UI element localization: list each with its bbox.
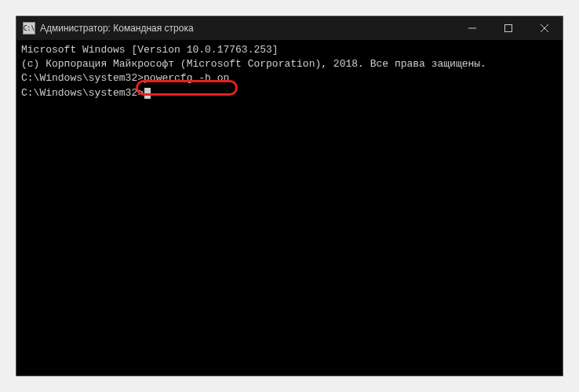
titlebar[interactable]: C:\ Администратор: Командная строка — [16, 16, 563, 40]
window-controls — [454, 16, 563, 40]
maximize-button[interactable] — [490, 16, 526, 40]
prompt-line: C:\Windows\system32> — [21, 86, 558, 100]
window-title: Администратор: Командная строка — [40, 23, 454, 34]
cmd-icon: C:\ — [23, 22, 35, 34]
prompt-line: C:\Windows\system32>powercfg -h on — [21, 71, 558, 85]
close-button[interactable] — [526, 16, 563, 40]
terminal-output[interactable]: Microsoft Windows [Version 10.0.17763.25… — [16, 40, 563, 376]
output-line: (c) Корпорация Майкрософт (Microsoft Cor… — [21, 57, 558, 71]
cmd-icon-text: C:\ — [24, 25, 35, 32]
entered-command: powercfg -h on — [144, 72, 229, 84]
output-line: Microsoft Windows [Version 10.0.17763.25… — [21, 43, 558, 57]
svg-rect-1 — [505, 25, 512, 32]
prompt-path: C:\Windows\system32> — [21, 87, 144, 99]
prompt-path: C:\Windows\system32> — [21, 72, 144, 84]
command-prompt-window: C:\ Администратор: Командная строка Micr… — [16, 16, 563, 376]
cursor — [144, 88, 151, 99]
minimize-button[interactable] — [454, 16, 490, 40]
